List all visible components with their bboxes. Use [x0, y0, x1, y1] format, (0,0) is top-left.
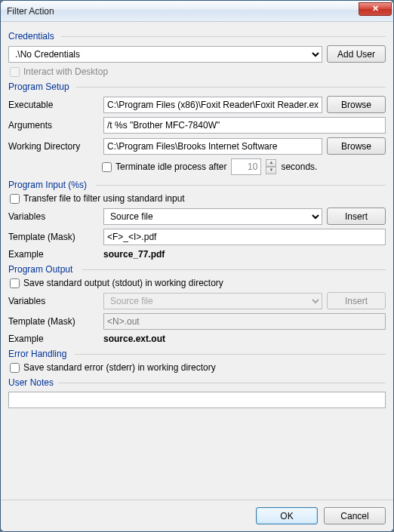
terminate-spinner: ▲ ▼ — [266, 159, 276, 174]
save-stdout-checkbox[interactable]: Save standard output (stdout) in working… — [10, 278, 386, 288]
program-output-section-label: Program Output — [8, 264, 386, 275]
dialog-footer: OK Cancel — [1, 500, 393, 531]
working-directory-label: Working Directory — [8, 141, 99, 152]
spinner-up-icon: ▲ — [266, 159, 276, 167]
credentials-section-label: Credentials — [8, 31, 386, 42]
transfer-checkbox-input[interactable] — [10, 194, 20, 204]
executable-label: Executable — [8, 100, 99, 110]
save-stdout-checkbox-label: Save standard output (stdout) in working… — [23, 278, 223, 288]
arguments-input[interactable] — [103, 117, 386, 134]
output-template-label: Template (Mask) — [8, 316, 99, 327]
input-example-value: source_77.pdf — [103, 249, 165, 260]
program-input-section-label: Program Input (%s) — [8, 180, 386, 190]
input-variables-dropdown[interactable]: Source file — [103, 208, 322, 225]
arguments-label: Arguments — [8, 120, 99, 131]
working-directory-input[interactable] — [103, 138, 322, 155]
output-example-label: Example — [8, 334, 99, 344]
save-stdout-checkbox-input[interactable] — [10, 278, 20, 288]
output-template-input — [103, 313, 386, 330]
executable-input[interactable] — [103, 97, 322, 113]
terminate-suffix: seconds. — [281, 161, 317, 172]
ok-button[interactable]: OK — [256, 507, 318, 524]
output-insert-button: Insert — [327, 292, 386, 309]
error-handling-section-label: Error Handling — [8, 349, 386, 359]
close-icon: ✕ — [372, 4, 379, 14]
input-example-label: Example — [8, 249, 99, 260]
input-variables-label: Variables — [8, 211, 99, 222]
cancel-button[interactable]: Cancel — [324, 507, 386, 524]
interact-checkbox-input — [10, 67, 20, 77]
save-stderr-checkbox-input[interactable] — [10, 363, 20, 373]
output-variables-dropdown: Source file — [103, 293, 322, 309]
close-button[interactable]: ✕ — [359, 2, 392, 16]
output-variables-label: Variables — [8, 296, 99, 306]
transfer-file-checkbox[interactable]: Transfer file to filter using standard i… — [10, 193, 386, 204]
input-template-input[interactable] — [103, 229, 386, 245]
executable-browse-button[interactable]: Browse — [327, 96, 386, 113]
terminate-seconds-input — [231, 158, 261, 175]
credentials-dropdown[interactable]: .\No Credentials — [8, 46, 322, 63]
input-template-label: Template (Mask) — [8, 232, 99, 242]
spinner-down-icon: ▼ — [266, 167, 276, 174]
terminate-checkbox-input[interactable] — [102, 162, 112, 172]
interact-with-desktop-checkbox: Interact with Desktop — [10, 66, 386, 77]
dialog-body: Credentials .\No Credentials Add User In… — [1, 22, 393, 500]
input-insert-button[interactable]: Insert — [327, 208, 386, 225]
transfer-checkbox-label: Transfer file to filter using standard i… — [23, 193, 185, 204]
titlebar[interactable]: Filter Action ✕ — [1, 1, 393, 22]
window-title: Filter Action — [7, 6, 359, 17]
interact-checkbox-label: Interact with Desktop — [23, 66, 108, 77]
save-stderr-checkbox[interactable]: Save standard error (stderr) in working … — [10, 362, 386, 373]
terminate-idle-checkbox[interactable]: Terminate idle process after — [102, 161, 226, 172]
working-directory-browse-button[interactable]: Browse — [327, 137, 386, 155]
user-notes-section-label: User Notes — [8, 377, 386, 388]
program-setup-section-label: Program Setup — [8, 81, 386, 92]
terminate-checkbox-label: Terminate idle process after — [115, 161, 226, 172]
output-example-value: source.ext.out — [103, 334, 165, 344]
save-stderr-checkbox-label: Save standard error (stderr) in working … — [23, 362, 216, 373]
add-user-button[interactable]: Add User — [327, 45, 386, 63]
dialog-window: Filter Action ✕ Credentials .\No Credent… — [0, 0, 394, 532]
user-notes-input[interactable] — [8, 392, 386, 408]
